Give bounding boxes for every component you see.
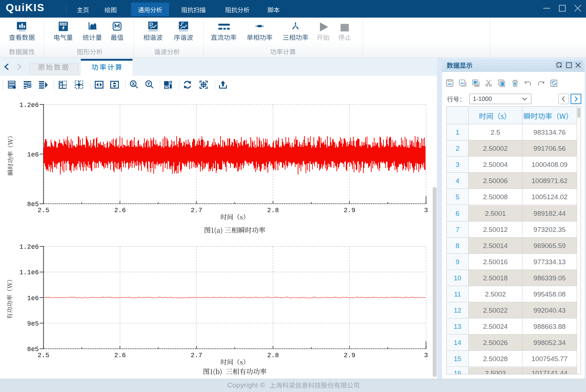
svg-text:2.7: 2.7: [191, 207, 202, 214]
svg-text:1e6: 1e6: [27, 295, 39, 302]
svg-text:8e5: 8e5: [27, 346, 39, 353]
svg-text:2.9: 2.9: [344, 352, 355, 359]
svg-text:1e6: 1e6: [27, 151, 39, 158]
svg-text:1.2e6: 1.2e6: [19, 102, 39, 109]
svg-text:9e5: 9e5: [27, 320, 39, 327]
svg-text:2.6: 2.6: [114, 207, 126, 214]
svg-text:8e5: 8e5: [27, 201, 39, 208]
svg-text:2.8: 2.8: [267, 207, 279, 214]
svg-text:2.9: 2.9: [344, 207, 355, 214]
svg-text:3: 3: [424, 352, 428, 359]
svg-text:2.7: 2.7: [191, 352, 202, 359]
svg-text:2.8: 2.8: [267, 352, 279, 359]
svg-text:3: 3: [424, 207, 428, 214]
svg-text:2.5: 2.5: [38, 352, 49, 359]
svg-text:1.2e6: 1.2e6: [19, 243, 39, 251]
svg-text:1.1e6: 1.1e6: [19, 269, 39, 276]
svg-text:2.5: 2.5: [38, 207, 49, 214]
svg-text:2.6: 2.6: [114, 352, 126, 359]
